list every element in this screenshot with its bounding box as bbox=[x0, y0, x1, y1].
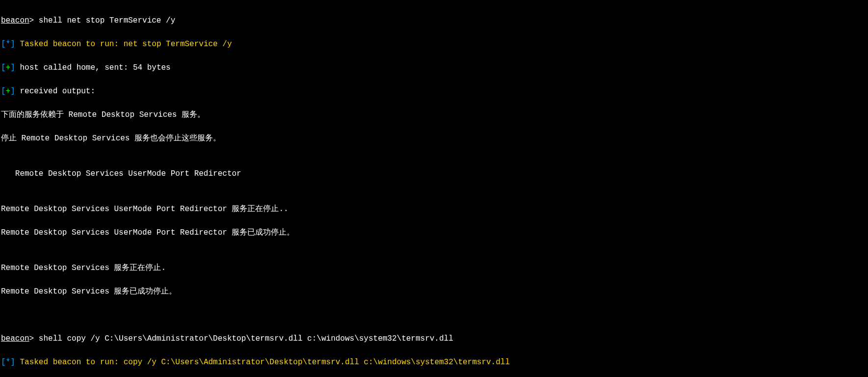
prompt-gt: > bbox=[29, 334, 34, 343]
output-line: 下面的服务依赖于 Remote Desktop Services 服务。 bbox=[1, 109, 867, 121]
plus-icon: + bbox=[6, 63, 11, 72]
prompt-gt: > bbox=[29, 16, 34, 25]
tasked-line: [*] Tasked beacon to run: net stop TermS… bbox=[1, 38, 867, 50]
output-line: Remote Desktop Services 服务已成功停止。 bbox=[1, 286, 867, 297]
output-line: 停止 Remote Desktop Services 服务也会停止这些服务。 bbox=[1, 133, 867, 144]
prompt-line[interactable]: beacon> shell copy /y C:\Users\Administr… bbox=[1, 333, 867, 345]
recv-text: received output: bbox=[20, 87, 95, 96]
star-icon: * bbox=[6, 358, 11, 367]
prompt-label: beacon bbox=[1, 334, 29, 343]
prompt-line[interactable]: beacon> shell net stop TermService /y bbox=[1, 15, 867, 27]
plus-icon: + bbox=[6, 87, 11, 96]
terminal-output: beacon> shell net stop TermService /y [*… bbox=[0, 0, 868, 377]
tasked-text: Tasked beacon to run: copy /y C:\Users\A… bbox=[20, 358, 510, 367]
tasked-text: Tasked beacon to run: net stop TermServi… bbox=[20, 40, 232, 49]
bracket-open: [ bbox=[1, 40, 6, 49]
output-line: Remote Desktop Services UserMode Port Re… bbox=[1, 203, 867, 215]
command-text: shell net stop TermService /y bbox=[39, 16, 175, 25]
recv-line: [+] received output: bbox=[1, 85, 867, 97]
star-icon: * bbox=[6, 40, 11, 49]
output-line: Remote Desktop Services UserMode Port Re… bbox=[1, 168, 867, 180]
home-text: host called home, sent: 54 bytes bbox=[20, 63, 170, 72]
tasked-line: [*] Tasked beacon to run: copy /y C:\Use… bbox=[1, 356, 867, 368]
command-text: shell copy /y C:\Users\Administrator\Des… bbox=[39, 334, 453, 343]
output-line: Remote Desktop Services 服务正在停止. bbox=[1, 262, 867, 274]
home-line: [+] host called home, sent: 54 bytes bbox=[1, 62, 867, 74]
prompt-label: beacon bbox=[1, 16, 29, 25]
output-line: Remote Desktop Services UserMode Port Re… bbox=[1, 227, 867, 239]
bracket-close: ] bbox=[10, 40, 15, 49]
